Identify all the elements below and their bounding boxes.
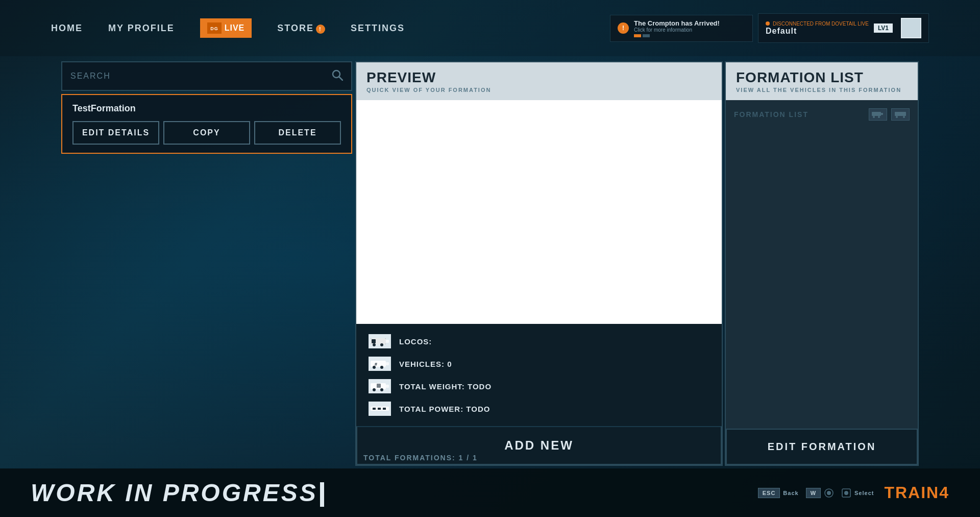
preview-title: PREVIEW bbox=[366, 69, 712, 86]
svg-line-3 bbox=[339, 77, 343, 80]
search-bar bbox=[61, 61, 352, 91]
svg-point-26 bbox=[873, 116, 875, 118]
nav-live-label: LIVE bbox=[225, 24, 245, 33]
live-icon: DG bbox=[207, 22, 222, 34]
stat-locos: LOCOS: bbox=[369, 334, 709, 348]
dot-active bbox=[634, 34, 641, 37]
esc-key: ESC bbox=[758, 488, 780, 498]
middle-panel: PREVIEW QUICK VIEW OF YOUR FORMATION LOC… bbox=[355, 61, 723, 466]
svg-text:#: # bbox=[375, 362, 377, 367]
svg-rect-16 bbox=[386, 385, 389, 388]
svg-point-14 bbox=[380, 366, 383, 369]
power-icon bbox=[369, 402, 391, 416]
avatar bbox=[901, 18, 921, 38]
live-logo-icon: DG bbox=[209, 24, 220, 33]
svg-point-29 bbox=[896, 116, 898, 118]
list-icons bbox=[869, 108, 910, 121]
nav-live[interactable]: DG LIVE bbox=[200, 18, 252, 38]
search-input[interactable] bbox=[70, 72, 332, 81]
svg-text:DG: DG bbox=[210, 26, 218, 31]
preview-subtitle: QUICK VIEW OF YOUR FORMATION bbox=[366, 87, 712, 93]
svg-rect-7 bbox=[372, 339, 376, 343]
delete-button[interactable]: DELETE bbox=[254, 121, 341, 145]
svg-point-13 bbox=[373, 366, 376, 369]
svg-point-19 bbox=[380, 388, 383, 391]
preview-stats: LOCOS: # VEHICLES: 0 bbox=[356, 324, 722, 426]
train4-logo: TRAIN4 bbox=[884, 483, 949, 502]
notification-text: The Crompton has Arrived! Click for more… bbox=[634, 19, 720, 37]
profile-bar[interactable]: DISCONNECTED FROM DOVETAIL LIVE Default … bbox=[758, 13, 929, 43]
svg-point-18 bbox=[373, 388, 376, 391]
control-w: W bbox=[806, 488, 834, 498]
select-icon bbox=[841, 488, 851, 498]
svg-point-30 bbox=[903, 116, 905, 118]
notification-title: The Crompton has Arrived! bbox=[634, 19, 720, 27]
list-icon-train bbox=[869, 108, 887, 121]
formation-buttons: EDIT DETAILS COPY DELETE bbox=[72, 121, 341, 145]
weight-icon bbox=[369, 379, 391, 393]
notification-subtitle: Click for more information bbox=[634, 27, 720, 33]
svg-rect-23 bbox=[383, 408, 386, 410]
list-icon-carriage bbox=[891, 108, 910, 121]
search-icon[interactable] bbox=[332, 69, 343, 83]
formation-list-subtitle: VIEW ALL THE VEHICLES IN THIS FORMATION bbox=[736, 87, 908, 93]
stat-weight: TOTAL WEIGHT: TODO bbox=[369, 379, 709, 393]
svg-rect-24 bbox=[872, 112, 881, 116]
svg-rect-17 bbox=[377, 384, 381, 388]
nav-store[interactable]: STORE! bbox=[277, 23, 325, 34]
formation-item: TestFormation EDIT DETAILS COPY DELETE bbox=[61, 94, 352, 154]
svg-rect-22 bbox=[378, 408, 381, 410]
edit-formation-button[interactable]: EDIT FORMATION bbox=[726, 429, 918, 465]
wip-cursor bbox=[320, 482, 324, 507]
notification-bar[interactable]: ! The Crompton has Arrived! Click for mo… bbox=[610, 15, 753, 42]
svg-rect-6 bbox=[386, 340, 389, 343]
svg-point-8 bbox=[373, 343, 376, 346]
svg-rect-25 bbox=[881, 113, 883, 115]
svg-rect-10 bbox=[371, 361, 386, 367]
gamepad-icon bbox=[824, 488, 834, 498]
formation-list-body: FORMATION LIST bbox=[726, 100, 918, 429]
locos-label: LOCOS: bbox=[399, 337, 432, 346]
dot-inactive bbox=[643, 34, 650, 37]
weight-label: TOTAL WEIGHT: TODO bbox=[399, 382, 492, 391]
vehicles-label: VEHICLES: 0 bbox=[399, 360, 452, 368]
copy-button[interactable]: COPY bbox=[163, 121, 250, 145]
profile-level: LV1 bbox=[874, 24, 893, 33]
vehicles-icon: # bbox=[369, 357, 391, 371]
work-in-progress: WORK IN PROGRESS bbox=[31, 479, 324, 507]
nav-home[interactable]: HOME bbox=[51, 23, 83, 34]
edit-details-button[interactable]: EDIT DETAILS bbox=[72, 121, 159, 145]
profile-name: Default bbox=[766, 27, 869, 36]
bottom-bar: WORK IN PROGRESS ESC Back W Select bbox=[0, 468, 980, 517]
control-select: Select bbox=[841, 488, 874, 498]
power-label: TOTAL POWER: TODO bbox=[399, 405, 490, 413]
nav-right: ! The Crompton has Arrived! Click for mo… bbox=[610, 13, 929, 43]
formation-list-label: FORMATION LIST bbox=[734, 108, 910, 121]
total-formations: TOTAL FORMATIONS: 1 / 1 bbox=[360, 449, 478, 462]
right-panel: FORMATION LIST VIEW ALL THE VEHICLES IN … bbox=[725, 61, 919, 466]
svg-rect-11 bbox=[386, 362, 389, 365]
status-dot bbox=[766, 21, 770, 26]
svg-point-34 bbox=[844, 491, 848, 495]
nav-links: HOME MY PROFILE DG LIVE STORE! SETTINGS bbox=[51, 18, 610, 38]
profile-status-text: DISCONNECTED FROM DOVETAIL LIVE bbox=[773, 21, 869, 27]
locos-icon bbox=[369, 334, 391, 348]
profile-status: DISCONNECTED FROM DOVETAIL LIVE bbox=[766, 21, 869, 27]
esc-label: Back bbox=[783, 490, 798, 496]
store-badge: ! bbox=[316, 25, 325, 34]
svg-rect-28 bbox=[895, 112, 906, 116]
select-label: Select bbox=[854, 490, 874, 496]
nav-settings[interactable]: SETTINGS bbox=[351, 23, 405, 34]
left-panel: TestFormation EDIT DETAILS COPY DELETE bbox=[61, 61, 352, 466]
preview-header: PREVIEW QUICK VIEW OF YOUR FORMATION bbox=[356, 62, 722, 100]
w-key: W bbox=[806, 488, 821, 498]
control-esc: ESC Back bbox=[758, 488, 799, 498]
stat-vehicles: # VEHICLES: 0 bbox=[369, 357, 709, 371]
main-content: TestFormation EDIT DETAILS COPY DELETE P… bbox=[61, 61, 919, 466]
notification-dots bbox=[634, 34, 720, 37]
formation-list-title: FORMATION LIST bbox=[736, 69, 908, 86]
navbar: HOME MY PROFILE DG LIVE STORE! SETTINGS … bbox=[0, 0, 980, 56]
svg-point-9 bbox=[380, 343, 383, 346]
formation-name: TestFormation bbox=[72, 103, 341, 114]
nav-my-profile[interactable]: MY PROFILE bbox=[108, 23, 175, 34]
